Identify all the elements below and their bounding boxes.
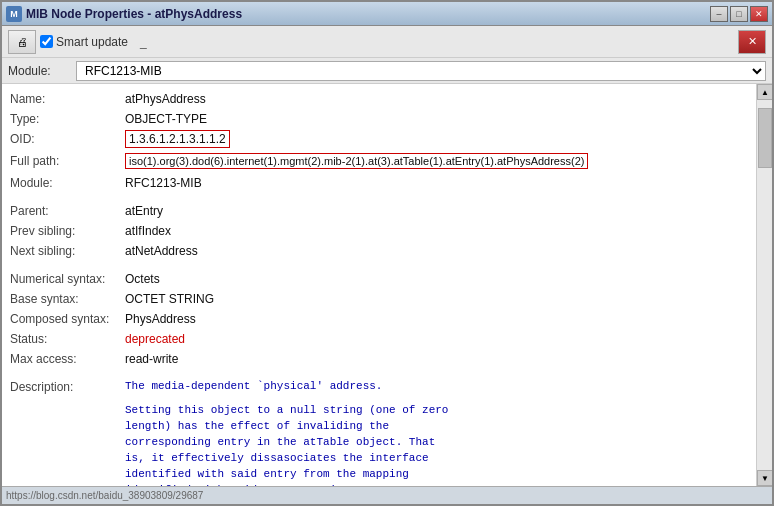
base-syntax-label: Base syntax: <box>10 290 125 308</box>
module-prop-label: Module: <box>10 174 125 192</box>
numerical-syntax-value: Octets <box>125 270 748 288</box>
prev-sibling-value: atIfIndex <box>125 222 748 240</box>
smart-update-group: Smart update <box>40 35 128 49</box>
print-icon: 🖨 <box>17 36 28 48</box>
close-button[interactable]: ✕ <box>750 6 768 22</box>
prev-sibling-label: Prev sibling: <box>10 222 125 240</box>
description-content: The media-dependent `physical' address. … <box>125 378 748 486</box>
window-title: MIB Node Properties - atPhysAddress <box>26 7 710 21</box>
smart-update-checkbox[interactable] <box>40 35 53 48</box>
status-row: Status: deprecated <box>10 330 748 348</box>
close-icon: ✕ <box>748 35 757 48</box>
properties-panel: Name: atPhysAddress Type: OBJECT-TYPE OI… <box>2 84 756 486</box>
max-access-label: Max access: <box>10 350 125 368</box>
scroll-thumb[interactable] <box>758 108 772 168</box>
description-line1: The media-dependent `physical' address. <box>125 378 748 394</box>
status-text: https://blog.csdn.net/baidu_38903809/296… <box>6 490 203 501</box>
title-bar: M MIB Node Properties - atPhysAddress – … <box>2 2 772 26</box>
parent-value: atEntry <box>125 202 748 220</box>
module-label: Module: <box>8 64 68 78</box>
status-value: deprecated <box>125 330 748 348</box>
composed-syntax-row: Composed syntax: PhysAddress <box>10 310 748 328</box>
main-window: M MIB Node Properties - atPhysAddress – … <box>0 0 774 506</box>
main-content: Name: atPhysAddress Type: OBJECT-TYPE OI… <box>2 84 772 486</box>
next-sibling-row: Next sibling: atNetAddress <box>10 242 748 260</box>
module-prop-row: Module: RFC1213-MIB <box>10 174 748 192</box>
oid-label: OID: <box>10 130 125 148</box>
toolbar: 🖨 Smart update _ ✕ <box>2 26 772 58</box>
toolbar-right: ✕ <box>738 30 766 54</box>
parent-label: Parent: <box>10 202 125 220</box>
max-access-row: Max access: read-write <box>10 350 748 368</box>
base-syntax-value: OCTET STRING <box>125 290 748 308</box>
fullpath-row: Full path: iso(1).org(3).dod(6).internet… <box>10 152 748 170</box>
next-sibling-label: Next sibling: <box>10 242 125 260</box>
scrollbar: ▲ ▼ <box>756 84 772 486</box>
composed-syntax-label: Composed syntax: <box>10 310 125 328</box>
composed-syntax-value: PhysAddress <box>125 310 748 328</box>
name-value: atPhysAddress <box>125 90 748 108</box>
description-row: Description: The media-dependent `physic… <box>10 378 748 486</box>
base-syntax-row: Base syntax: OCTET STRING <box>10 290 748 308</box>
max-access-value: read-write <box>125 350 748 368</box>
type-row: Type: OBJECT-TYPE <box>10 110 748 128</box>
module-row: Module: RFC1213-MIB <box>2 58 772 84</box>
type-value: OBJECT-TYPE <box>125 110 748 128</box>
maximize-button[interactable]: □ <box>730 6 748 22</box>
fullpath-label: Full path: <box>10 152 125 170</box>
toolbar-close-button[interactable]: ✕ <box>738 30 766 54</box>
title-bar-buttons: – □ ✕ <box>710 6 768 22</box>
fullpath-value: iso(1).org(3).dod(6).internet(1).mgmt(2)… <box>125 152 748 170</box>
scroll-down-button[interactable]: ▼ <box>757 470 772 486</box>
numerical-syntax-label: Numerical syntax: <box>10 270 125 288</box>
print-button[interactable]: 🖨 <box>8 30 36 54</box>
window-icon: M <box>6 6 22 22</box>
oid-value: 1.3.6.1.2.1.3.1.1.2 <box>125 130 748 148</box>
module-select[interactable]: RFC1213-MIB <box>76 61 766 81</box>
smart-update-label: Smart update <box>56 35 128 49</box>
status-bar: https://blog.csdn.net/baidu_38903809/296… <box>2 486 772 504</box>
module-prop-value: RFC1213-MIB <box>125 174 748 192</box>
description-body: Setting this object to a null string (on… <box>125 402 748 486</box>
name-label: Name: <box>10 90 125 108</box>
prev-sibling-row: Prev sibling: atIfIndex <box>10 222 748 240</box>
scroll-up-button[interactable]: ▲ <box>757 84 772 100</box>
oid-row: OID: 1.3.6.1.2.1.3.1.1.2 <box>10 130 748 148</box>
oid-highlighted: 1.3.6.1.2.1.3.1.1.2 <box>125 130 230 148</box>
scroll-track <box>757 100 772 470</box>
fullpath-highlighted: iso(1).org(3).dod(6).internet(1).mgmt(2)… <box>125 153 588 169</box>
status-label: Status: <box>10 330 125 348</box>
next-sibling-value: atNetAddress <box>125 242 748 260</box>
parent-row: Parent: atEntry <box>10 202 748 220</box>
numerical-syntax-row: Numerical syntax: Octets <box>10 270 748 288</box>
description-label: Description: <box>10 378 125 396</box>
type-label: Type: <box>10 110 125 128</box>
minimize-button[interactable]: – <box>710 6 728 22</box>
name-row: Name: atPhysAddress <box>10 90 748 108</box>
toolbar-underscore: _ <box>140 35 147 49</box>
